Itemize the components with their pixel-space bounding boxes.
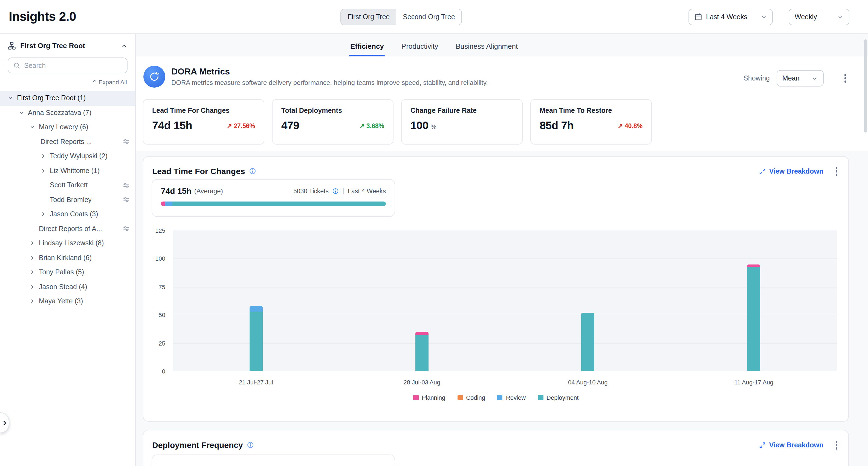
bar-segment-deployment	[415, 335, 429, 371]
first-org-tree-button[interactable]: First Org Tree	[341, 9, 396, 25]
view-breakdown-button[interactable]: View Breakdown	[760, 441, 824, 449]
expand-all-button[interactable]: Expand All	[8, 79, 127, 85]
granularity-select[interactable]: Weekly	[788, 9, 849, 25]
bar-segment-review	[249, 306, 262, 312]
tree-item[interactable]: Lindsay Liszewski (8)	[0, 236, 135, 251]
divider	[343, 187, 343, 194]
summary-row: 74d 15h (Average) 5030 Tickets Last 4 We…	[161, 186, 386, 196]
tree-item-label: Todd Bromley	[50, 196, 92, 204]
kebab-menu-icon[interactable]	[833, 439, 840, 451]
search-icon	[13, 62, 20, 69]
info-icon[interactable]	[332, 187, 339, 194]
panel-header: Lead Time For Changes View Breakdown	[144, 156, 848, 177]
metric-card-title: Lead Time For Changes	[152, 107, 255, 114]
panel-title: Lead Time For Changes	[152, 167, 245, 176]
tree-item-label: Jason Stead (4)	[39, 283, 87, 291]
second-org-tree-button[interactable]: Second Org Tree	[396, 9, 461, 25]
bar-segment-deployment	[747, 267, 761, 371]
chevron-down-icon	[811, 75, 817, 81]
gridline	[173, 343, 837, 344]
bar-segment-planning	[747, 264, 761, 266]
metric-card-value: 100	[410, 119, 429, 132]
panel-title: Deployment Frequency	[152, 440, 243, 450]
mean-select[interactable]: Mean	[776, 70, 824, 87]
chevron-right-icon	[30, 255, 39, 261]
chart-bar	[415, 332, 429, 371]
tree-item[interactable]: Jason Stead (4)	[0, 280, 135, 294]
chevron-right-icon	[1, 420, 7, 426]
metric-delta-value: 3.68%	[366, 122, 384, 129]
legend-label: Coding	[466, 394, 485, 401]
tree-item[interactable]: Direct Reports of A...	[0, 222, 135, 236]
filter-icon[interactable]	[123, 225, 130, 232]
chart-bar	[747, 264, 761, 371]
kebab-menu-icon[interactable]	[842, 72, 848, 84]
expand-all-icon	[90, 79, 96, 85]
y-axis-label: 50	[159, 312, 165, 318]
tree-item[interactable]: Mary Lowery (6)	[0, 120, 135, 135]
period-label: Last 4 Weeks	[348, 187, 386, 194]
info-icon[interactable]	[249, 168, 256, 175]
summary-meta: 5030 Tickets Last 4 Weeks	[293, 187, 386, 194]
deployment-summary-card	[152, 455, 395, 466]
tree-item-label: Anna Scozzafava (7)	[28, 109, 91, 117]
search-box	[8, 58, 127, 74]
legend-item: Review	[497, 394, 526, 401]
tree-item[interactable]: Todd Bromley	[0, 193, 135, 207]
tree-item-label: Direct Reports ...	[40, 138, 92, 146]
tree-item[interactable]: Scott Tarkett	[0, 178, 135, 193]
tree-item-label: First Org Tree Root (1)	[17, 94, 86, 102]
kebab-menu-icon[interactable]	[833, 165, 840, 177]
chevron-up-icon[interactable]	[121, 42, 127, 49]
tab-business-alignment[interactable]: Business Alignment	[455, 42, 519, 56]
tree-item-label: Brian Kirkland (6)	[39, 254, 92, 262]
y-axis-label: 100	[155, 256, 165, 262]
chevron-down-icon	[30, 124, 39, 130]
search-input[interactable]	[24, 62, 122, 69]
metric-card: Lead Time For Changes74d 15h↗27.56%	[143, 99, 264, 145]
y-axis-label: 125	[155, 227, 165, 234]
tab-productivity[interactable]: Productivity	[400, 42, 439, 56]
lead-time-yaxis: 0255075100125	[144, 231, 170, 371]
chevron-right-icon	[40, 154, 50, 159]
deployment-frequency-panel: Deployment Frequency View Breakdown	[143, 430, 849, 466]
info-icon[interactable]	[247, 442, 254, 449]
filter-icon[interactable]	[123, 182, 130, 189]
dora-section: DORA Metrics DORA metrics measure softwa…	[136, 56, 868, 151]
filter-icon[interactable]	[123, 196, 130, 203]
legend-label: Review	[506, 394, 526, 401]
calendar-icon	[694, 13, 702, 21]
gridline	[173, 287, 837, 288]
panel-header: Deployment Frequency View Breakdown	[144, 430, 848, 451]
summary-qualifier: (Average)	[194, 187, 223, 195]
metric-card: Mean Time To Restore85d 7h↗40.8%	[530, 99, 652, 145]
tree-item[interactable]: Direct Reports ...	[0, 135, 135, 149]
chevron-right-icon	[40, 168, 50, 174]
tree-item-label: Maya Yette (3)	[39, 298, 83, 305]
tree-item[interactable]: Tony Pallas (5)	[0, 265, 135, 280]
tree-item[interactable]: Anna Scozzafava (7)	[0, 106, 135, 120]
chart-bar	[249, 306, 262, 371]
tree-item[interactable]: Maya Yette (3)	[0, 294, 135, 309]
tree-item[interactable]: Jason Coats (3)	[0, 207, 135, 222]
tree-item[interactable]: Teddy Wylupski (2)	[0, 149, 135, 164]
insights-app: Insights 2.0 First Org Tree Second Org T…	[0, 0, 868, 466]
view-breakdown-button[interactable]: View Breakdown	[760, 168, 824, 175]
gridline	[173, 231, 837, 231]
filter-icon[interactable]	[123, 138, 130, 145]
scrollbar-thumb[interactable]	[864, 39, 867, 133]
tree-item[interactable]: Brian Kirkland (6)	[0, 251, 135, 265]
app-title: Insights 2.0	[9, 9, 76, 24]
tree-item[interactable]: First Org Tree Root (1)	[0, 91, 135, 106]
date-range-select[interactable]: Last 4 Weeks	[688, 9, 773, 25]
tree-item-label: Mary Lowery (6)	[39, 123, 88, 131]
tab-efficiency[interactable]: Efficiency	[349, 42, 385, 56]
metric-card: Total Deployments479↗3.68%	[272, 99, 394, 145]
main-content: Efficiency Productivity Business Alignme…	[136, 34, 868, 466]
view-breakdown-label: View Breakdown	[769, 441, 824, 449]
bar-segment-planning	[415, 332, 429, 335]
tree-item[interactable]: Liz Whittome (1)	[0, 164, 135, 178]
metric-delta: ↗3.68%	[360, 122, 384, 129]
chevron-down-icon	[837, 14, 843, 20]
chevron-right-icon	[30, 299, 39, 304]
